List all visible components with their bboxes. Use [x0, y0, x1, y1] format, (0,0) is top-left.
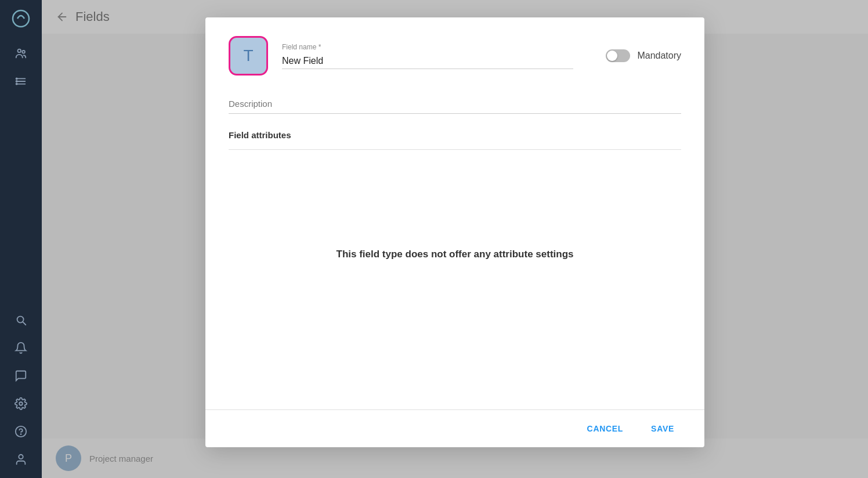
- dialog-footer: CANCEL SAVE: [205, 409, 704, 447]
- svg-point-11: [19, 402, 23, 405]
- svg-point-6: [16, 78, 17, 79]
- mandatory-area: Mandatory: [606, 49, 681, 62]
- field-name-label: Field name *: [282, 43, 573, 51]
- svg-point-9: [17, 317, 24, 323]
- field-type-button[interactable]: T: [229, 36, 268, 76]
- toggle-knob: [607, 51, 617, 61]
- help-icon[interactable]: [9, 420, 32, 443]
- sidebar: [0, 0, 42, 478]
- field-name-input[interactable]: [282, 53, 573, 69]
- list-icon[interactable]: [9, 70, 32, 93]
- description-input[interactable]: [229, 94, 681, 114]
- svg-point-14: [19, 455, 23, 459]
- sidebar-nav-bottom: [9, 308, 32, 471]
- save-button[interactable]: SAVE: [644, 419, 681, 438]
- field-type-letter: T: [243, 46, 253, 65]
- field-header-row: T Field name * Mandatory: [229, 36, 681, 76]
- app-logo[interactable]: [9, 7, 32, 30]
- svg-point-7: [16, 81, 17, 82]
- bell-icon[interactable]: [9, 336, 32, 360]
- main-area: Fields P Project manager T Field name *: [42, 0, 868, 478]
- users-icon[interactable]: [9, 42, 32, 65]
- search-icon[interactable]: [9, 308, 32, 332]
- mandatory-toggle[interactable]: [606, 49, 630, 62]
- svg-point-8: [16, 83, 17, 84]
- sidebar-nav-top: [9, 42, 32, 308]
- field-name-area: Field name *: [282, 43, 573, 69]
- no-attributes-message: This field type does not offer any attri…: [337, 249, 574, 260]
- svg-point-0: [13, 10, 29, 27]
- cancel-button[interactable]: CANCEL: [580, 419, 631, 438]
- mandatory-label: Mandatory: [637, 51, 681, 61]
- field-attributes-label: Field attributes: [229, 130, 681, 140]
- field-attributes-content: This field type does not offer any attri…: [229, 150, 681, 359]
- svg-point-2: [22, 51, 25, 53]
- svg-point-1: [18, 49, 21, 53]
- profile-icon[interactable]: [9, 448, 32, 471]
- dialog: T Field name * Mandatory: [205, 17, 704, 447]
- modal-overlay: T Field name * Mandatory: [42, 0, 868, 478]
- svg-line-10: [23, 322, 26, 325]
- settings-icon[interactable]: [9, 392, 32, 415]
- dialog-body: T Field name * Mandatory: [205, 17, 704, 409]
- chat-icon[interactable]: [9, 364, 32, 387]
